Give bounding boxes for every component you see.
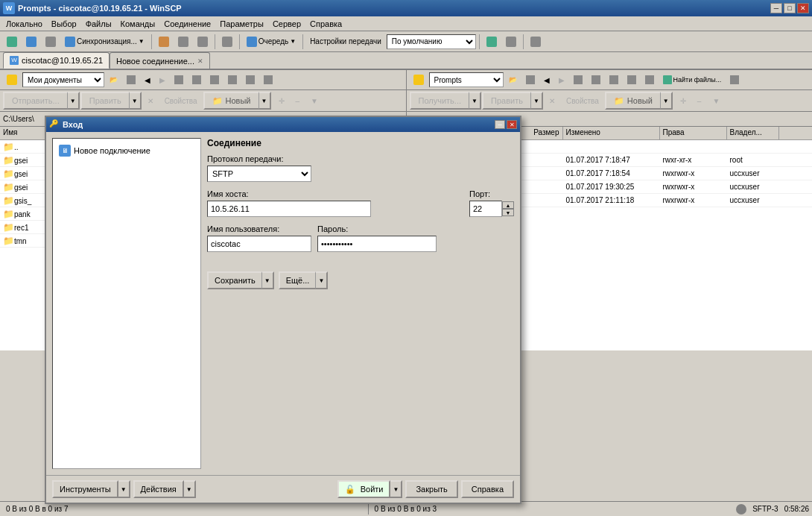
- toolbar-btn-1[interactable]: [3, 34, 21, 50]
- actions-button[interactable]: Действия: [133, 480, 184, 498]
- toolbar-btn-3[interactable]: [42, 34, 60, 50]
- left-path-icon[interactable]: [3, 72, 21, 88]
- toolbar-btn-8[interactable]: [483, 34, 501, 50]
- menu-connection[interactable]: Соединение: [159, 18, 215, 30]
- right-col-modified[interactable]: Изменено: [563, 127, 660, 139]
- right-nav-back[interactable]: ◀: [540, 72, 554, 88]
- toolbar-btn-2[interactable]: [22, 34, 40, 50]
- edit-dropdown-right[interactable]: ▼: [531, 92, 543, 110]
- sync-button[interactable]: Синхронизация... ▼: [61, 34, 148, 50]
- tools-dropdown[interactable]: ▼: [118, 480, 130, 498]
- more-button[interactable]: Ещё...: [279, 271, 317, 289]
- right-browse-btn[interactable]: 📂: [505, 72, 521, 88]
- props-button-right[interactable]: Свойства: [561, 92, 604, 109]
- edit-button-right[interactable]: Править: [482, 92, 531, 110]
- more-dropdown[interactable]: ▼: [316, 271, 328, 289]
- menu-server[interactable]: Сервер: [268, 18, 305, 30]
- new-button-left[interactable]: 📁 Новый: [203, 92, 259, 110]
- left-extra-btn3[interactable]: ▼: [305, 92, 323, 109]
- right-path-btn7[interactable]: [726, 72, 743, 88]
- left-browse-btn[interactable]: 📂: [106, 72, 121, 88]
- host-input[interactable]: [207, 201, 371, 217]
- left-path-btn4[interactable]: [206, 72, 223, 88]
- left-path-btn5[interactable]: [224, 72, 241, 88]
- edit-button-left[interactable]: Править: [80, 92, 130, 110]
- right-col-owner[interactable]: Владел...: [727, 127, 779, 139]
- tab-new-connection[interactable]: Новое соединение... ✕: [110, 52, 210, 69]
- menu-files[interactable]: Файлы: [81, 18, 116, 30]
- port-up-btn[interactable]: ▲: [502, 201, 514, 209]
- left-path-select[interactable]: Мои документы: [22, 72, 104, 87]
- left-path-btn6[interactable]: [242, 72, 258, 88]
- new-dropdown-right[interactable]: ▼: [661, 92, 673, 110]
- close-modal-button[interactable]: Закрыть: [405, 480, 457, 498]
- left-extra-btn2[interactable]: –: [291, 92, 305, 109]
- tab-main[interactable]: W ciscotac@10.19.65.21: [3, 52, 110, 69]
- modal-close[interactable]: ✕: [507, 120, 517, 129]
- left-extra-btn1[interactable]: ✛: [273, 92, 290, 109]
- send-button[interactable]: Отправить...: [3, 92, 68, 110]
- queue-button[interactable]: Очередь ▼: [243, 34, 299, 50]
- right-path-select[interactable]: Prompts: [429, 72, 504, 87]
- right-extra-btn1[interactable]: ✛: [675, 92, 691, 109]
- new-button-right[interactable]: 📁 Новый: [605, 92, 661, 110]
- right-extra-btn3[interactable]: ▼: [707, 92, 725, 109]
- protocol-select[interactable]: SFTP: [207, 166, 311, 182]
- right-path-btn6[interactable]: [641, 72, 658, 88]
- menu-help[interactable]: Справка: [305, 18, 346, 30]
- left-path-btn3[interactable]: [188, 72, 205, 88]
- props-button-left[interactable]: Свойства: [159, 92, 203, 109]
- left-path-btn1[interactable]: [123, 72, 139, 88]
- toolbar-btn-7[interactable]: [218, 34, 236, 50]
- tools-button[interactable]: Инструменты: [52, 480, 118, 498]
- menu-params[interactable]: Параметры: [215, 18, 268, 30]
- left-path-btn7[interactable]: [260, 72, 276, 88]
- close-button[interactable]: ✕: [797, 3, 809, 13]
- right-extra-btn2[interactable]: –: [692, 92, 707, 109]
- toolbar-btn-6[interactable]: [194, 34, 212, 50]
- right-path-btn1[interactable]: [522, 72, 539, 88]
- right-path-btn3[interactable]: [588, 72, 604, 88]
- new-dropdown-left[interactable]: ▼: [259, 92, 271, 110]
- save-dropdown[interactable]: ▼: [262, 271, 274, 289]
- send-dropdown[interactable]: ▼: [68, 92, 80, 110]
- tab-close-icon[interactable]: ✕: [197, 57, 203, 65]
- transfer-mode-select[interactable]: По умолчанию: [387, 34, 476, 49]
- get-button[interactable]: Получить...: [410, 92, 470, 110]
- minimize-button[interactable]: ─: [770, 3, 782, 13]
- port-input[interactable]: [469, 201, 502, 217]
- right-path-btn2[interactable]: [570, 72, 586, 88]
- delete-button-right[interactable]: ✕: [544, 92, 560, 109]
- edit-dropdown-left[interactable]: ▼: [130, 92, 142, 110]
- left-nav-back[interactable]: ◀: [141, 72, 154, 88]
- toolbar-btn-5[interactable]: [174, 34, 192, 50]
- login-button[interactable]: 🔓 Войти: [337, 480, 391, 498]
- toolbar-btn-10[interactable]: [527, 34, 545, 50]
- menu-local[interactable]: Локально: [1, 18, 47, 30]
- save-button[interactable]: Сохранить: [207, 271, 262, 289]
- new-connection-item[interactable]: 🖥 Новое подключение: [56, 142, 197, 160]
- right-nav-fwd[interactable]: ▶: [555, 72, 568, 88]
- port-down-btn[interactable]: ▼: [502, 209, 514, 216]
- username-input[interactable]: [207, 236, 311, 252]
- get-dropdown[interactable]: ▼: [469, 92, 481, 110]
- right-path-icon[interactable]: [410, 72, 428, 88]
- restore-button[interactable]: □: [784, 3, 796, 13]
- actions-dropdown[interactable]: ▼: [184, 480, 196, 498]
- password-input[interactable]: [317, 236, 437, 252]
- modal-minimize[interactable]: ─: [495, 120, 505, 129]
- right-find-btn[interactable]: Найти файлы...: [659, 72, 726, 88]
- toolbar-btn-4[interactable]: [155, 34, 173, 50]
- menu-commands[interactable]: Команды: [116, 18, 160, 30]
- right-path-btn4[interactable]: [606, 72, 622, 88]
- right-col-perms[interactable]: Права: [660, 127, 727, 139]
- right-path-btn5[interactable]: [624, 72, 640, 88]
- menu-select[interactable]: Выбор: [47, 18, 81, 30]
- left-path-btn2[interactable]: [171, 72, 187, 88]
- login-dropdown[interactable]: ▼: [390, 480, 402, 498]
- more-btn-group: Ещё... ▼: [279, 271, 329, 289]
- left-nav-fwd[interactable]: ▶: [156, 72, 169, 88]
- help-button[interactable]: Справка: [461, 480, 514, 498]
- delete-button-left[interactable]: ✕: [142, 92, 159, 109]
- toolbar-btn-9[interactable]: [502, 34, 520, 50]
